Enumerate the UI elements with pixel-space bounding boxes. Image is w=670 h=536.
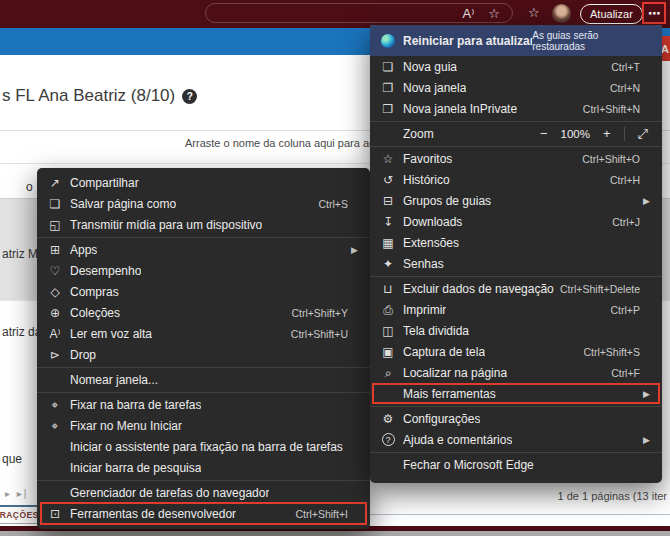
extensions-icon: ▦ (378, 236, 398, 250)
collections-icon: ⊕ (45, 306, 65, 320)
shortcut-label: Ctrl+J (612, 216, 640, 228)
menu-item-extensoes[interactable]: ▦Extensões (370, 232, 662, 253)
fullscreen-icon[interactable]: ⤢ (638, 126, 648, 142)
menu-item-grupos-de-guias[interactable]: ⊟Grupos de guias▶ (370, 190, 662, 211)
page-title: s FL Ana Beatriz (8/10) ? (2, 86, 197, 106)
red-highlight-frame (642, 2, 666, 24)
shortcut-label: Ctrl+H (610, 174, 640, 186)
menu-item-compras[interactable]: ◇Compras (37, 281, 370, 302)
menu-separator (370, 146, 662, 147)
menu-item-historico[interactable]: ↺HistóricoCtrl+H (370, 169, 662, 190)
menu-item-iniciar-assistente-fixacao[interactable]: Iniciar o assistente para fixação na bar… (37, 436, 370, 457)
menu-item-fixar-na-barra-de-tarefas[interactable]: ⌖Fixar na barra de tarefas (37, 394, 370, 415)
settings-icon: ⚙ (378, 412, 398, 426)
submenu-arrow-icon: ▶ (351, 245, 358, 255)
menu-item-drop[interactable]: ⊳Drop (37, 344, 370, 365)
menu-item-transmitir-midia[interactable]: ◱Transmitir mídia para um dispositivo (37, 214, 370, 235)
shortcut-label: Ctrl+Shift+U (291, 328, 348, 340)
menu-item-label: Senhas (403, 257, 444, 271)
help-icon[interactable]: ? (182, 89, 197, 104)
passwords-icon: ✦ (378, 257, 398, 271)
menu-item-configuracoes[interactable]: ⚙Configurações (370, 408, 662, 429)
menu-item-label: Nova janela (403, 81, 466, 95)
history-icon: ↺ (378, 173, 398, 187)
menu-item-imprimir[interactable]: ⎙ImprimirCtrl+P (370, 299, 662, 320)
apps-icon: ⊞ (45, 243, 65, 257)
edge-logo-icon (381, 34, 395, 48)
shopping-icon: ◇ (45, 285, 65, 299)
menu-item-compartilhar[interactable]: ↗Compartilhar (37, 172, 370, 193)
menu-item-colecoes[interactable]: ⊕ColeçõesCtrl+Shift+Y (37, 302, 370, 323)
menu-item-label: Histórico (403, 173, 450, 187)
menu-item-iniciar-barra-de-pesquisa[interactable]: Iniciar barra de pesquisa (37, 457, 370, 478)
shortcut-label: Ctrl+Shift+N (583, 103, 640, 115)
profile-avatar[interactable] (552, 4, 571, 23)
grid-group-hint: Arraste o nome da coluna aqui para agrup (185, 137, 391, 149)
menu-item-label: Nova guia (403, 60, 457, 74)
menu-item-captura-de-tela[interactable]: ▣Captura de telaCtrl+Shift+S (370, 341, 662, 362)
screen: A⁾ ☆ ☆ Atualizar ⋯ A s FL Ana Beatriz (8… (0, 0, 670, 536)
address-bar[interactable]: A⁾ ☆ (205, 3, 513, 23)
menu-item-senhas[interactable]: ✦Senhas (370, 253, 662, 274)
menu-item-label: Nomear janela... (70, 373, 158, 387)
performance-icon: ♡ (45, 264, 65, 278)
menu-item-label: Mais ferramentas (403, 387, 496, 401)
favorites-hub-icon[interactable]: ☆ (528, 6, 540, 19)
menu-item-label: Apps (70, 243, 97, 257)
favorite-star-icon[interactable]: ☆ (488, 7, 500, 20)
zoom-in-button[interactable]: + (603, 126, 611, 141)
menu-separator (37, 367, 370, 368)
menu-item-fixar-no-menu-iniciar[interactable]: ⌖Fixar no Menu Iniciar (37, 415, 370, 436)
menu-item-fechar-o-microsoft-edge[interactable]: Fechar o Microsoft Edge (370, 454, 662, 475)
menu-item-nomear-janela[interactable]: Nomear janela... (37, 369, 370, 390)
menu-item-zoom: Zoom − 100% + ⤢ (370, 123, 662, 144)
menu-item-localizar-na-pagina[interactable]: ⌕Localizar na páginaCtrl+F (370, 362, 662, 383)
help-circle-icon: ? (382, 433, 395, 446)
menu-item-tela-dividida[interactable]: ◫Tela dividida (370, 320, 662, 341)
menu-separator (370, 406, 662, 407)
shortcut-label: Ctrl+P (611, 304, 640, 316)
menu-separator (370, 452, 662, 453)
menu-item-label: Gerenciador de tarefas do navegador (70, 486, 269, 500)
menu-item-label: Fixar no Menu Iniciar (70, 419, 182, 433)
pin-icon: ⌖ (45, 398, 65, 412)
submenu-arrow-icon: ▶ (643, 435, 650, 445)
menu-item-nova-janela[interactable]: ❐Nova janelaCtrl+N (370, 77, 662, 98)
menu-item-ler-em-voz-alta[interactable]: A⁾Ler em voz altaCtrl+Shift+U (37, 323, 370, 344)
menu-item-gerenciador-de-tarefas[interactable]: Gerenciador de tarefas do navegador (37, 482, 370, 503)
menu-item-desempenho[interactable]: ♡Desempenho (37, 260, 370, 281)
menu-item-label: Extensões (403, 236, 459, 250)
shortcut-label: Ctrl+N (610, 82, 640, 94)
menu-item-label: Configurações (403, 412, 480, 426)
menu-item-label: Compras (70, 285, 119, 299)
menu-item-ajuda-e-comentarios[interactable]: ?Ajuda e comentários▶ (370, 429, 662, 450)
update-button[interactable]: Atualizar (580, 4, 643, 24)
pager-buttons[interactable]: ▸ ▸| (5, 488, 28, 499)
menu-item-excluir-dados-de-navegacao[interactable]: ⊔Excluir dados de navegaçãoCtrl+Shift+De… (370, 278, 662, 299)
window-edge (0, 531, 670, 536)
menu-item-ferramentas-de-desenvolvedor[interactable]: ⊡Ferramentas de desenvolvedorCtrl+Shift+… (37, 503, 370, 524)
menu-item-nova-guia[interactable]: ❏Nova guiaCtrl+T (370, 56, 662, 77)
menu-item-label: Salvar página como (70, 197, 176, 211)
pin-icon: ⌖ (45, 419, 65, 433)
menu-item-salvar-pagina-como[interactable]: ❏Salvar página comoCtrl+S (37, 193, 370, 214)
menu-item-label: Grupos de guias (403, 194, 491, 208)
menu-item-nova-janela-inprivate[interactable]: ❒Nova janela InPrivateCtrl+Shift+N (370, 98, 662, 119)
menu-item-favoritos[interactable]: ☆FavoritosCtrl+Shift+O (370, 148, 662, 169)
zoom-out-button[interactable]: − (540, 126, 548, 141)
menu-item-downloads[interactable]: ↧DownloadsCtrl+J (370, 211, 662, 232)
menu-item-reiniciar-para-atualizar[interactable]: Reiniciar para atualizar As guias serão … (370, 25, 662, 56)
menu-item-label: Compartilhar (70, 176, 139, 190)
edge-menu: Reiniciar para atualizar As guias serão … (370, 25, 662, 483)
menu-item-apps[interactable]: ⊞Apps▶ (37, 239, 370, 260)
menu-item-label: Desempenho (70, 264, 141, 278)
menu-item-label: Drop (70, 348, 96, 362)
read-aloud-icon[interactable]: A⁾ (462, 7, 474, 20)
zoom-value: 100% (561, 128, 590, 140)
new-tab-icon: ❏ (378, 60, 398, 74)
pager-info: 1 de 1 páginas (13 iter (558, 490, 667, 502)
shortcut-label: Ctrl+Shift+Delete (560, 283, 640, 295)
menu-item-label: Fixar na barra de tarefas (70, 398, 201, 412)
menu-item-mais-ferramentas[interactable]: Mais ferramentas▶ (370, 383, 662, 404)
share-icon: ↗ (45, 176, 65, 190)
